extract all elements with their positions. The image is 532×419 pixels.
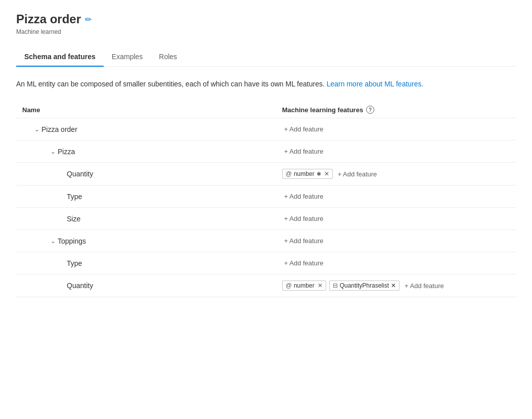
chevron-down-icon[interactable]: ⌄ [34, 126, 39, 133]
feature-tag-number: @ number ✱ ✕ [282, 169, 333, 179]
tag-remove-button[interactable]: ✕ [324, 170, 329, 177]
add-feature-button[interactable]: + Add feature [282, 147, 326, 156]
tag-name: number [294, 282, 315, 289]
tag-remove-button[interactable]: ✕ [391, 282, 396, 289]
features-cell: + Add feature [282, 147, 510, 156]
page-header: Pizza order ✏ [16, 12, 516, 26]
feature-tag-phraselist: ⊟ QuantityPhraselist ✕ [329, 281, 400, 291]
chevron-down-icon[interactable]: ⌄ [51, 238, 56, 245]
tag-remove-button[interactable]: ✕ [318, 282, 323, 289]
features-cell: @ number ✕ ⊟ QuantityPhraselist ✕ + Add … [282, 281, 510, 291]
table-row: ⌄ Pizza order + Add feature [16, 118, 516, 141]
table-row: Quantity @ number ✱ ✕ + Add feature [16, 163, 516, 185]
table-row: Size + Add feature [16, 208, 516, 230]
table-row: ⌄ Pizza + Add feature [16, 141, 516, 163]
features-cell: @ number ✱ ✕ + Add feature [282, 169, 510, 179]
features-cell: + Add feature [282, 192, 510, 201]
add-feature-button[interactable]: + Add feature [282, 124, 326, 134]
add-feature-button[interactable]: + Add feature [336, 169, 379, 179]
features-cell: + Add feature [282, 124, 510, 134]
tab-examples[interactable]: Examples [104, 48, 151, 67]
table-row: ⌄ Toppings + Add feature [16, 230, 516, 252]
entity-icon: @ [286, 282, 292, 289]
row-name-type-1: Type [22, 193, 270, 201]
table-row: Type + Add feature [16, 252, 516, 274]
row-name-type-2: Type [22, 259, 270, 267]
description-text: An ML entity can be composed of smaller … [16, 79, 516, 89]
tab-schema[interactable]: Schema and features [16, 48, 104, 67]
page-subtitle: Machine learned [16, 28, 516, 35]
chevron-down-icon[interactable]: ⌄ [51, 148, 56, 155]
features-cell: + Add feature [282, 258, 510, 268]
row-name-quantity-2: Quantity [22, 282, 270, 290]
schema-table: Name Machine learning features ? ⌄ Pizza… [16, 102, 516, 297]
add-feature-button[interactable]: + Add feature [282, 214, 326, 223]
tag-name: number [294, 170, 315, 177]
add-feature-button[interactable]: + Add feature [282, 236, 326, 246]
row-name-pizza: ⌄ Pizza [22, 148, 270, 156]
features-help-icon[interactable]: ? [366, 106, 374, 114]
required-star: ✱ [317, 171, 321, 177]
add-feature-button[interactable]: + Add feature [282, 258, 326, 268]
row-name-pizza-order: ⌄ Pizza order [22, 125, 270, 133]
features-cell: + Add feature [282, 214, 510, 223]
table-row: Type + Add feature [16, 185, 516, 208]
col-features-header: Machine learning features ? [276, 102, 516, 118]
feature-tag-number-2: @ number ✕ [282, 281, 326, 291]
page-title: Pizza order [16, 12, 81, 26]
tag-name: QuantityPhraselist [340, 282, 389, 289]
add-feature-button[interactable]: + Add feature [403, 281, 446, 291]
row-name-toppings: ⌄ Toppings [22, 237, 270, 245]
col-name-header: Name [16, 102, 276, 118]
features-cell: + Add feature [282, 236, 510, 246]
tab-roles[interactable]: Roles [151, 48, 185, 67]
row-name-quantity-1: Quantity [22, 170, 270, 178]
tab-bar: Schema and features Examples Roles [16, 48, 516, 67]
table-row: Quantity @ number ✕ ⊟ QuantityPhraselist… [16, 274, 516, 297]
phraselist-icon: ⊟ [333, 282, 338, 289]
entity-icon: @ [286, 170, 292, 177]
row-name-size: Size [22, 215, 270, 223]
edit-icon[interactable]: ✏ [85, 15, 92, 24]
learn-more-link[interactable]: Learn more about ML features. [327, 80, 424, 88]
add-feature-button[interactable]: + Add feature [282, 192, 326, 201]
